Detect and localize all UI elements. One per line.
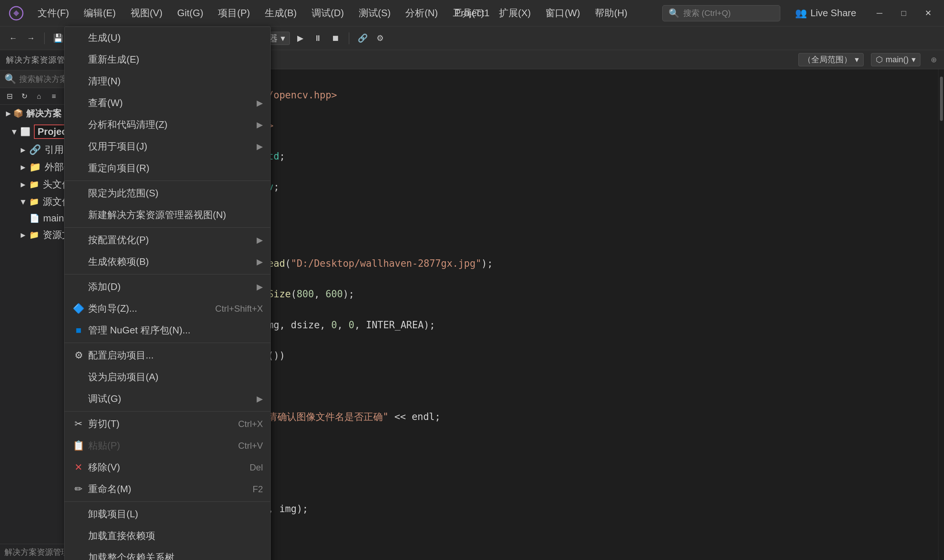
minimize-button[interactable]: ─ [871, 5, 888, 22]
live-share-button[interactable]: 👥 Live Share [788, 5, 864, 21]
search-box[interactable]: 🔍 搜索 (Ctrl+Q) [662, 5, 780, 22]
ctx-nuget[interactable]: ■ 管理 NuGet 程序包(N)... [65, 319, 270, 341]
editor-scrollbar[interactable] [938, 69, 944, 560]
scope-dropdown-arrow: ▾ [855, 55, 859, 65]
ctx-rename[interactable]: ✏ 重命名(M) F2 [65, 478, 270, 500]
close-button[interactable]: ✕ [920, 5, 936, 22]
ctx-clean-label: 清理(N) [88, 75, 120, 88]
ctx-add-arrow: ▶ [257, 282, 263, 292]
menu-view[interactable]: 视图(V) [124, 4, 169, 23]
ctx-sep-2 [65, 227, 270, 228]
ctx-deps[interactable]: 生成依赖项(B) ▶ [65, 251, 270, 272]
toolbar-sep-1 [44, 32, 45, 44]
search-placeholder: 搜索 (Ctrl+Q) [683, 8, 731, 19]
ctx-load-tree[interactable]: 加载整个依赖关系树 [65, 547, 270, 560]
ctx-remove-label: 移除(V) [88, 461, 120, 474]
ctx-startup-config[interactable]: ⚙ 配置启动项目... [65, 345, 270, 366]
menu-debug[interactable]: 调试(D) [305, 4, 351, 23]
ctx-remove-icon: ✕ [72, 462, 85, 473]
maximize-button[interactable]: □ [895, 5, 912, 22]
menu-window[interactable]: 窗口(W) [539, 4, 587, 23]
menu-test[interactable]: 测试(S) [352, 4, 398, 23]
title-bar-right: 🔍 搜索 (Ctrl+Q) 👥 Live Share ─ □ ✕ [662, 5, 936, 22]
ctx-view-label: 查看(W) [88, 97, 123, 109]
ctx-analyze-label: 分析和代码清理(Z) [88, 118, 167, 131]
sidebar-filter[interactable]: ≡ [47, 89, 60, 103]
ctx-unload[interactable]: 卸载项目(L) [65, 503, 270, 525]
debug-dropdown-arrow: ▾ [281, 33, 285, 43]
run-button[interactable]: ▶ [293, 31, 307, 46]
tree-solution-arrow: ▸ [6, 108, 10, 118]
ctx-add[interactable]: 添加(D) ▶ [65, 276, 270, 298]
ctx-limit[interactable]: 限定为此范围(S) [65, 182, 270, 204]
scrollbar-thumb [940, 77, 943, 121]
solution-icon: 📦 [13, 109, 23, 118]
ctx-build[interactable]: 生成(U) [65, 27, 270, 49]
search-icon: 🔍 [669, 8, 680, 18]
tree-source-arrow: ▾ [21, 196, 25, 208]
menu-help[interactable]: 帮助(H) [588, 4, 634, 23]
header-files-icon: 📁 [29, 180, 39, 189]
ctx-load-tree-label: 加载整个依赖关系树 [88, 551, 174, 560]
sidebar-home[interactable]: ⌂ [32, 89, 46, 103]
menu-file[interactable]: 文件(F) [31, 4, 76, 23]
ctx-sep-6 [65, 502, 270, 502]
menu-extensions[interactable]: 扩展(X) [492, 4, 538, 23]
ctx-load-direct-label: 加载直接依赖项 [88, 529, 155, 542]
ctx-load-direct[interactable]: 加载直接依赖项 [65, 525, 270, 547]
editor-scroll-up[interactable]: ⊕ [928, 54, 939, 66]
sidebar-collapse-all[interactable]: ⊟ [3, 89, 16, 103]
ctx-rebuild[interactable]: 重新生成(E) [65, 49, 270, 70]
tree-header-arrow: ▸ [21, 179, 25, 190]
ctx-analyze[interactable]: 分析和代码清理(Z) ▶ [65, 114, 270, 135]
tree-ext-arrow: ▸ [21, 162, 25, 173]
ctx-set-startup[interactable]: 设为启动项目(A) [65, 366, 270, 388]
menu-git[interactable]: Git(G) [171, 5, 210, 22]
toolbar-live-share[interactable]: 🔗 [355, 31, 370, 46]
main-cpp-icon: 📄 [29, 214, 39, 223]
code-content[interactable]: #include <opencv2/opencv.hpp> #include <… [162, 69, 938, 560]
ctx-config-label: 按配置优化(P) [88, 234, 149, 246]
ctx-wizard-shortcut: Ctrl+Shift+X [215, 303, 263, 314]
ctx-config[interactable]: 按配置优化(P) ▶ [65, 229, 270, 251]
ctx-debug[interactable]: 调试(G) ▶ [65, 388, 270, 410]
ctx-build-label: 生成(U) [88, 31, 120, 44]
menu-build[interactable]: 生成(B) [258, 4, 304, 23]
scope-dropdown[interactable]: （全局范围） ▾ [798, 53, 864, 66]
ctx-wizard-label: 类向导(Z)... [88, 302, 137, 315]
ctx-cut-icon: ✂ [72, 418, 85, 429]
sidebar-refresh[interactable]: ↻ [18, 89, 31, 103]
ctx-newview[interactable]: 新建解决方案资源管理器视图(N) [65, 204, 270, 226]
toolbar-sep-4 [349, 32, 349, 44]
tree-expand-arrow: ▾ [12, 126, 17, 137]
menu-analyze[interactable]: 分析(N) [399, 4, 444, 23]
ctx-nuget-icon: ■ [72, 325, 85, 336]
toolbar-forward[interactable]: → [23, 31, 39, 46]
func-icon: ⬡ [876, 55, 883, 65]
menu-project[interactable]: 项目(P) [211, 4, 257, 23]
ctx-only[interactable]: 仅用于项目(J) ▶ [65, 135, 270, 157]
ctx-paste[interactable]: 📋 粘贴(P) Ctrl+V [65, 435, 270, 457]
ctx-remove[interactable]: ✕ 移除(V) Del [65, 457, 270, 478]
ctx-retarget[interactable]: 重定向项目(R) [65, 157, 270, 179]
ctx-view[interactable]: 查看(W) ▶ [65, 92, 270, 114]
toolbar-settings[interactable]: ⚙ [373, 31, 387, 46]
ctx-unload-label: 卸载项目(L) [88, 508, 138, 521]
toolbar-stop[interactable]: ⏹ [328, 31, 343, 46]
toolbar-step[interactable]: ⏸ [310, 31, 325, 46]
ctx-paste-label: 粘贴(P) [88, 439, 120, 452]
app-icon [8, 5, 25, 22]
live-share-label: Live Share [810, 8, 856, 19]
ctx-cut[interactable]: ✂ 剪切(T) Ctrl+X [65, 413, 270, 435]
menu-edit[interactable]: 编辑(E) [77, 4, 122, 23]
ctx-analyze-arrow: ▶ [257, 120, 263, 130]
toolbar-back[interactable]: ← [6, 31, 21, 46]
ctx-wizard-icon: 🔷 [72, 303, 85, 314]
ctx-wizard[interactable]: 🔷 类向导(Z)... Ctrl+Shift+X [65, 298, 270, 319]
ctx-remove-shortcut: Del [250, 462, 263, 473]
function-dropdown[interactable]: ⬡ main() ▾ [871, 53, 921, 66]
ctx-rename-label: 重命名(M) [88, 483, 131, 495]
ctx-clean[interactable]: 清理(N) [65, 70, 270, 92]
ctx-limit-label: 限定为此范围(S) [88, 187, 159, 200]
toolbar-save[interactable]: 💾 [51, 31, 65, 46]
